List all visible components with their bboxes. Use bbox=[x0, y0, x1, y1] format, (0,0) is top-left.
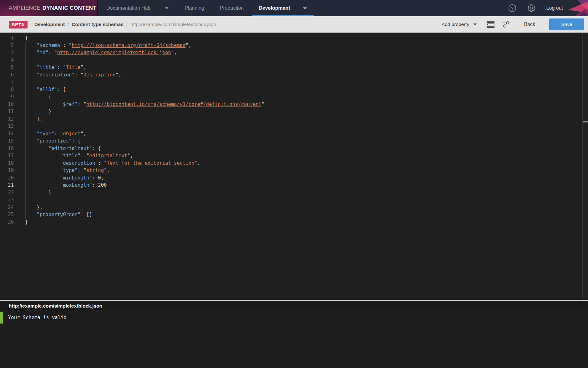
code-line-14[interactable]: 14 "type": "object", bbox=[0, 130, 588, 138]
settings-sliders-icon[interactable] bbox=[501, 20, 511, 29]
code-line-1[interactable]: 1{ bbox=[0, 34, 588, 42]
code-line-2[interactable]: 2 "$schema": "http://json-schema.org/dra… bbox=[0, 42, 588, 49]
indent-guide bbox=[49, 182, 49, 189]
code-token: ", bbox=[115, 72, 121, 78]
nav-planning-label: Planning bbox=[185, 5, 204, 11]
line-number: 25 bbox=[0, 211, 14, 219]
line-number: 13 bbox=[0, 123, 14, 130]
gear-icon[interactable] bbox=[527, 4, 535, 12]
indent-guide bbox=[25, 130, 26, 138]
code-line-24[interactable]: 24 }, bbox=[0, 204, 588, 211]
code-token: ", bbox=[185, 43, 191, 48]
code-line-19[interactable]: 19 "type": "string", bbox=[0, 167, 588, 174]
nav-documentation-hub[interactable]: Documentation Hub bbox=[106, 0, 169, 16]
code-token bbox=[25, 43, 37, 48]
indent-guide bbox=[25, 145, 26, 153]
nav-development[interactable]: Development bbox=[252, 0, 314, 16]
code-token: 200 bbox=[98, 182, 107, 188]
schema-link[interactable]: http://bigcontent.io/cms/schema/v1/core#… bbox=[86, 101, 261, 107]
active-tab-indicator bbox=[252, 15, 314, 16]
line-number: 20 bbox=[0, 174, 14, 182]
schema-link[interactable]: http://json-schema.org/draft-04/schema# bbox=[72, 43, 185, 48]
code-line-10[interactable]: 10 "$ref": "http://bigcontent.io/cms/sch… bbox=[0, 101, 588, 108]
code-token: "propertyOrder" bbox=[37, 212, 80, 217]
indent-guide bbox=[49, 101, 49, 108]
line-number: 7 bbox=[0, 79, 14, 86]
code-line-13[interactable]: 13 bbox=[0, 123, 588, 130]
code-line-7[interactable]: 7 bbox=[0, 79, 588, 86]
code-line-12[interactable]: 12 ], bbox=[0, 116, 588, 123]
breadcrumb-schema-url: http://example.com/simpletextblock.json bbox=[130, 22, 216, 27]
panel-splitter[interactable] bbox=[0, 300, 588, 301]
code-line-18[interactable]: 18 "description": "Text for the editoria… bbox=[0, 160, 588, 167]
code-token: ", bbox=[80, 131, 86, 137]
amplience-logo[interactable]: AMPLIENCE DYNAMIC CONTENT bbox=[0, 0, 98, 16]
code-token: : { bbox=[72, 138, 80, 144]
line-number: 4 bbox=[0, 57, 14, 64]
code-line-17[interactable]: 17 "title": "editorialtext", bbox=[0, 152, 588, 160]
list-view-icon[interactable] bbox=[487, 21, 494, 28]
schema-link[interactable]: http://example.com/simpletextblock.json bbox=[57, 50, 171, 55]
code-line-25[interactable]: 25 "propertyOrder": [] bbox=[0, 211, 588, 219]
code-token: " bbox=[261, 101, 264, 107]
log-out-button[interactable]: Log out bbox=[546, 5, 563, 11]
breadcrumb-content-type-schemas[interactable]: Content type schemas bbox=[72, 22, 123, 27]
code-token: Description bbox=[84, 72, 116, 78]
code-line-20[interactable]: 20 "minLength": 0, bbox=[0, 174, 588, 182]
schema-editor-toolbar: BETA Development / Content type schemas … bbox=[0, 16, 588, 33]
indent-guide bbox=[37, 93, 37, 101]
code-line-8[interactable]: 8 "allOf": [ bbox=[0, 86, 588, 94]
code-line-16[interactable]: 16 "editorialtext": { bbox=[0, 145, 588, 153]
code-token bbox=[25, 131, 37, 137]
back-button[interactable]: Back bbox=[524, 22, 535, 27]
line-number: 5 bbox=[0, 64, 14, 71]
save-button[interactable]: Save bbox=[549, 18, 584, 30]
indent-guide bbox=[37, 160, 37, 167]
code-line-21[interactable]: 21 "maxLength": 200 bbox=[0, 182, 588, 189]
indent-guide bbox=[25, 182, 26, 189]
code-token: : " bbox=[78, 101, 86, 107]
breadcrumb-separator: / bbox=[68, 22, 69, 27]
line-number: 21 bbox=[0, 182, 14, 189]
code-token: object bbox=[63, 131, 80, 137]
code-line-26[interactable]: 26} bbox=[0, 219, 588, 226]
indent-guide bbox=[25, 64, 26, 71]
code-token: "description" bbox=[60, 160, 98, 166]
code-line-6[interactable]: 6 "description": "Description", bbox=[0, 71, 588, 79]
code-editor[interactable]: 1{2 "$schema": "http://json-schema.org/d… bbox=[0, 33, 588, 300]
line-number: 16 bbox=[0, 145, 14, 153]
editor-scrollbar[interactable] bbox=[582, 33, 588, 300]
chevron-down-icon bbox=[165, 7, 169, 9]
nav-production[interactable]: Production bbox=[220, 0, 244, 16]
code-token: : " bbox=[48, 50, 57, 55]
code-token: "minLength" bbox=[60, 175, 92, 181]
code-line-4[interactable]: 4 bbox=[0, 57, 588, 64]
indent-guide bbox=[25, 108, 26, 116]
nav-planning[interactable]: Planning bbox=[185, 0, 204, 16]
indent-guide bbox=[25, 42, 26, 49]
line-number: 12 bbox=[0, 116, 14, 123]
code-token: "type" bbox=[60, 168, 78, 173]
code-line-5[interactable]: 5 "title": "Title", bbox=[0, 64, 588, 71]
line-number: 26 bbox=[0, 219, 14, 226]
line-number: 23 bbox=[0, 196, 14, 204]
code-line-9[interactable]: 9 { bbox=[0, 93, 588, 101]
code-line-15[interactable]: 15 "properties": { bbox=[0, 137, 588, 145]
indent-guide bbox=[25, 116, 26, 123]
indent-guide bbox=[37, 145, 37, 153]
help-icon[interactable]: ? bbox=[508, 4, 516, 12]
code-token: "id" bbox=[37, 50, 48, 55]
code-line-22[interactable]: 22 } bbox=[0, 189, 588, 197]
beta-badge: BETA bbox=[9, 21, 28, 29]
code-token: } bbox=[25, 219, 28, 225]
add-property-dropdown[interactable]: Add property bbox=[442, 22, 477, 27]
indent-guide bbox=[37, 108, 37, 116]
indent-guide bbox=[37, 174, 37, 182]
breadcrumb-development[interactable]: Development bbox=[34, 22, 65, 27]
indent-guide bbox=[49, 160, 49, 167]
code-line-3[interactable]: 3 "id": "http://example.com/simpletextbl… bbox=[0, 49, 588, 57]
code-line-11[interactable]: 11 } bbox=[0, 108, 588, 116]
code-line-23[interactable]: 23 bbox=[0, 196, 588, 204]
line-number: 14 bbox=[0, 130, 14, 138]
nav-production-label: Production bbox=[220, 5, 244, 11]
